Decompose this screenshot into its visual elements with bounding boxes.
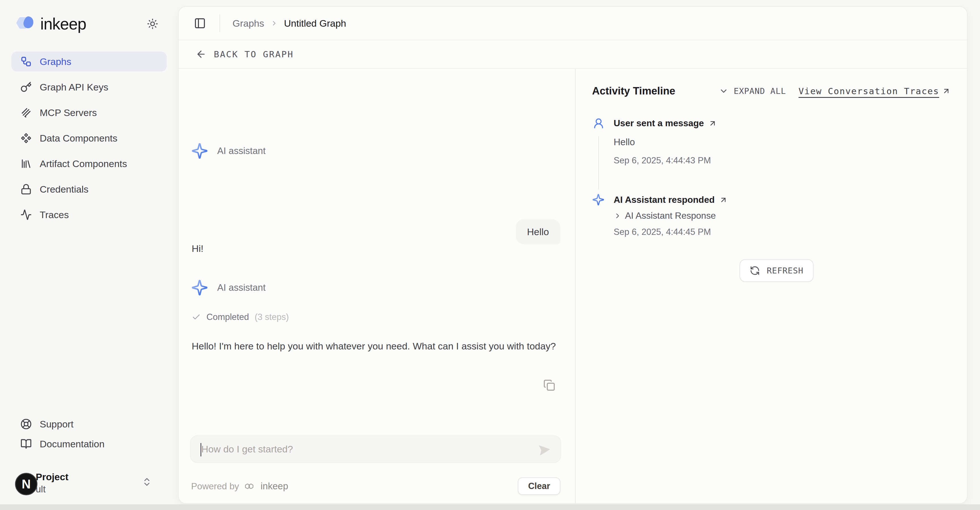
back-to-graph-button[interactable]: BACK TO GRAPH (179, 40, 967, 69)
sidebar-item-support[interactable]: Support (11, 414, 167, 434)
powered-by[interactable]: Powered by inkeep (191, 480, 288, 492)
timeline-title: Activity Timeline (592, 85, 675, 97)
chat-input[interactable] (191, 436, 561, 462)
powered-by-brand: inkeep (261, 481, 288, 492)
user-message-bubble: Hello (516, 219, 560, 244)
copy-icon[interactable] (543, 379, 555, 391)
inkeep-logo-mark-icon (15, 14, 36, 33)
timeline-entry-title[interactable]: AI Assistant responded (614, 194, 728, 205)
inkeep-wordmark: inkeep (40, 14, 86, 33)
sidebar-item-mcp-servers[interactable]: MCP Servers (11, 103, 167, 123)
powered-by-label: Powered by (191, 481, 239, 492)
sidebar: inkeep Graphs Graph API Keys MCP Servers (0, 0, 178, 504)
mcp-hatch-icon (21, 107, 32, 118)
project-selector[interactable]: Project ult N (11, 467, 167, 498)
sidebar-item-artifact-components[interactable]: Artifact Components (11, 154, 167, 174)
life-buoy-icon (21, 418, 32, 430)
chevron-right-icon (614, 212, 622, 220)
nextjs-badge-letter: N (22, 477, 31, 491)
chevron-right-icon (270, 19, 278, 27)
status-steps: (3 steps) (255, 312, 289, 322)
entry-title-text: User sent a message (614, 118, 704, 129)
chat-footer: Powered by inkeep Clear (191, 477, 560, 495)
lock-icon (21, 183, 32, 195)
timeline-entry-title[interactable]: User sent a message (614, 118, 717, 129)
inkeep-logo[interactable]: inkeep (15, 14, 86, 33)
check-icon (192, 312, 201, 322)
expander-label: AI Assistant Response (625, 210, 716, 221)
sidebar-item-label: Documentation (40, 438, 105, 449)
book-open-icon (21, 438, 32, 449)
sidebar-item-label: Traces (40, 209, 69, 220)
expand-all-label: EXPAND ALL (733, 86, 786, 96)
sparkles-icon (191, 279, 208, 296)
window-bottom-edge (0, 504, 980, 510)
sidebar-item-documentation[interactable]: Documentation (11, 434, 167, 454)
user-icon (593, 118, 605, 129)
sidebar-item-traces[interactable]: Traces (11, 205, 167, 225)
sidebar-item-data-components[interactable]: Data Components (11, 128, 167, 148)
sidebar-nav: Graphs Graph API Keys MCP Servers Data C… (0, 52, 178, 225)
expand-all-button[interactable]: EXPAND ALL (719, 86, 786, 96)
timeline-header: Activity Timeline EXPAND ALL View Conver… (592, 82, 950, 100)
arrow-up-right-icon (719, 196, 728, 204)
sidebar-item-graph-api-keys[interactable]: Graph API Keys (11, 77, 167, 97)
status-label: Completed (207, 312, 249, 322)
timeline-entry-body: Hello (614, 137, 635, 148)
topbar: Graphs Untitled Graph (179, 7, 967, 40)
key-icon (21, 81, 32, 93)
nextjs-dev-badge[interactable]: N (15, 473, 37, 495)
workflow-icon (21, 56, 32, 67)
view-conversation-traces-link[interactable]: View Conversation Traces (799, 86, 950, 96)
arrow-up-right-icon (942, 87, 950, 95)
assistant-label: AI assistant (217, 145, 266, 156)
breadcrumb-graphs[interactable]: Graphs (232, 18, 264, 29)
refresh-button[interactable]: REFRESH (740, 259, 813, 282)
sidebar-item-label: Credentials (40, 184, 89, 195)
timeline-entry-timestamp: Sep 6, 2025, 4:44:45 PM (614, 227, 711, 237)
chevrons-up-down-icon[interactable] (142, 476, 152, 488)
breadcrumb-current: Untitled Graph (284, 18, 346, 29)
sidebar-item-graphs[interactable]: Graphs (11, 52, 167, 72)
assistant-message: Hello! I'm here to help you with whateve… (192, 339, 560, 354)
sidebar-item-label: Support (40, 419, 73, 430)
sparkles-icon (592, 193, 605, 206)
back-to-graph-label: BACK TO GRAPH (214, 49, 294, 59)
completion-status[interactable]: Completed (3 steps) (192, 312, 289, 322)
chevron-down-icon (719, 86, 729, 96)
component-icon (21, 132, 32, 144)
sidebar-item-label: Artifact Components (40, 158, 127, 169)
assistant-message: Hi! (192, 243, 204, 254)
clear-button[interactable]: Clear (518, 477, 560, 495)
inkeep-glyph-icon (243, 480, 257, 492)
main-panel: Graphs Untitled Graph BACK TO GRAPH AI a… (178, 6, 967, 504)
activity-timeline-panel: Activity Timeline EXPAND ALL View Conver… (576, 69, 967, 503)
refresh-icon (750, 266, 760, 276)
timeline-connector (598, 136, 599, 190)
arrow-left-icon (196, 49, 207, 60)
clear-button-label: Clear (528, 481, 550, 491)
activity-icon (21, 209, 32, 220)
theme-toggle-sun-icon[interactable] (147, 18, 158, 30)
sidebar-item-label: Data Components (40, 133, 118, 144)
chat-panel: AI assistant Hi! Hello AI assistant Comp… (179, 69, 576, 503)
chat-input-container (190, 435, 561, 463)
project-title: Project (36, 472, 68, 483)
arrow-up-right-icon (708, 119, 717, 128)
timeline-entry-timestamp: Sep 6, 2025, 4:44:43 PM (614, 155, 711, 166)
sidebar-item-label: Graph API Keys (40, 82, 108, 93)
panel-left-toggle-icon[interactable] (194, 17, 206, 29)
ai-response-expander[interactable]: AI Assistant Response (614, 210, 716, 221)
text-caret (200, 443, 201, 456)
assistant-header-1: AI assistant (191, 142, 266, 159)
sidebar-item-label: MCP Servers (40, 107, 97, 118)
breadcrumb: Graphs Untitled Graph (232, 18, 346, 29)
sidebar-item-credentials[interactable]: Credentials (11, 179, 167, 199)
sidebar-item-label: Graphs (40, 56, 72, 67)
sparkles-icon (191, 142, 208, 159)
divider (220, 14, 220, 32)
send-icon[interactable] (537, 443, 552, 457)
refresh-button-label: REFRESH (767, 266, 803, 276)
library-icon (21, 158, 32, 169)
view-traces-label: View Conversation Traces (799, 86, 939, 96)
